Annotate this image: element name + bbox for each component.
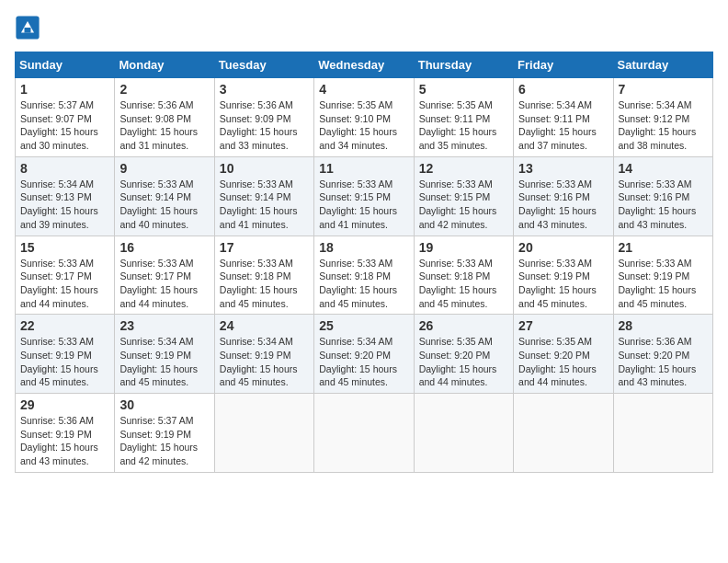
day-cell [613, 394, 712, 473]
day-cell: 9 Sunrise: 5:33 AMSunset: 9:14 PMDayligh… [115, 156, 214, 236]
day-info: Sunrise: 5:36 AMSunset: 9:19 PMDaylight:… [20, 414, 109, 468]
day-number: 11 [319, 161, 408, 176]
day-info: Sunrise: 5:33 AMSunset: 9:18 PMDaylight:… [220, 257, 309, 311]
day-number: 29 [20, 397, 109, 412]
day-cell [214, 394, 313, 473]
day-number: 6 [518, 82, 608, 97]
day-cell: 10 Sunrise: 5:33 AMSunset: 9:14 PMDaylig… [214, 156, 313, 236]
day-number: 17 [220, 240, 309, 255]
day-cell: 14 Sunrise: 5:33 AMSunset: 9:16 PMDaylig… [613, 156, 712, 236]
day-info: Sunrise: 5:36 AMSunset: 9:20 PMDaylight:… [619, 335, 708, 389]
day-cell: 13 Sunrise: 5:33 AMSunset: 9:16 PMDaylig… [514, 156, 613, 236]
col-header-friday: Friday [514, 52, 613, 78]
day-number: 10 [220, 161, 309, 176]
day-cell: 22 Sunrise: 5:33 AMSunset: 9:19 PMDaylig… [16, 315, 115, 394]
calendar-body: 1 Sunrise: 5:37 AMSunset: 9:07 PMDayligh… [16, 78, 713, 473]
day-number: 27 [518, 318, 608, 333]
day-cell: 29 Sunrise: 5:36 AMSunset: 9:19 PMDaylig… [16, 394, 115, 473]
day-info: Sunrise: 5:36 AMSunset: 9:08 PMDaylight:… [119, 98, 209, 153]
col-header-sunday: Sunday [16, 52, 115, 78]
day-number: 20 [518, 240, 608, 255]
day-info: Sunrise: 5:33 AMSunset: 9:15 PMDaylight:… [319, 178, 408, 232]
week-row-4: 22 Sunrise: 5:33 AMSunset: 9:19 PMDaylig… [16, 315, 713, 394]
day-info: Sunrise: 5:36 AMSunset: 9:09 PMDaylight:… [220, 98, 309, 153]
day-info: Sunrise: 5:33 AMSunset: 9:17 PMDaylight:… [20, 257, 109, 311]
logo [15, 15, 44, 40]
day-cell: 21 Sunrise: 5:33 AMSunset: 9:19 PMDaylig… [613, 236, 712, 315]
day-cell: 3 Sunrise: 5:36 AMSunset: 9:09 PMDayligh… [214, 78, 313, 157]
svg-rect-2 [25, 28, 31, 33]
day-cell: 4 Sunrise: 5:35 AMSunset: 9:10 PMDayligh… [314, 78, 414, 157]
day-info: Sunrise: 5:34 AMSunset: 9:20 PMDaylight:… [319, 335, 408, 389]
day-number: 16 [119, 240, 209, 255]
day-cell: 30 Sunrise: 5:37 AMSunset: 9:19 PMDaylig… [115, 394, 214, 473]
day-number: 24 [220, 318, 309, 333]
day-info: Sunrise: 5:33 AMSunset: 9:19 PMDaylight:… [518, 257, 608, 311]
day-cell: 23 Sunrise: 5:34 AMSunset: 9:19 PMDaylig… [115, 315, 214, 394]
day-info: Sunrise: 5:33 AMSunset: 9:14 PMDaylight:… [220, 178, 309, 232]
day-info: Sunrise: 5:34 AMSunset: 9:19 PMDaylight:… [119, 335, 209, 389]
day-cell: 25 Sunrise: 5:34 AMSunset: 9:20 PMDaylig… [314, 315, 414, 394]
day-number: 28 [619, 318, 708, 333]
day-info: Sunrise: 5:33 AMSunset: 9:16 PMDaylight:… [518, 178, 608, 232]
day-number: 9 [119, 161, 209, 176]
day-number: 23 [119, 318, 209, 333]
day-cell: 15 Sunrise: 5:33 AMSunset: 9:17 PMDaylig… [16, 236, 115, 315]
day-info: Sunrise: 5:35 AMSunset: 9:20 PMDaylight:… [518, 335, 608, 389]
day-cell: 20 Sunrise: 5:33 AMSunset: 9:19 PMDaylig… [514, 236, 613, 315]
week-row-5: 29 Sunrise: 5:36 AMSunset: 9:19 PMDaylig… [16, 394, 713, 473]
col-header-wednesday: Wednesday [314, 52, 414, 78]
day-info: Sunrise: 5:33 AMSunset: 9:17 PMDaylight:… [119, 257, 209, 311]
day-info: Sunrise: 5:33 AMSunset: 9:18 PMDaylight:… [419, 257, 508, 311]
header [15, 15, 713, 40]
day-info: Sunrise: 5:33 AMSunset: 9:19 PMDaylight:… [619, 257, 708, 311]
day-cell [314, 394, 414, 473]
col-header-saturday: Saturday [613, 52, 712, 78]
day-info: Sunrise: 5:33 AMSunset: 9:14 PMDaylight:… [119, 178, 209, 232]
day-info: Sunrise: 5:33 AMSunset: 9:19 PMDaylight:… [20, 335, 109, 389]
day-cell: 11 Sunrise: 5:33 AMSunset: 9:15 PMDaylig… [314, 156, 414, 236]
day-number: 18 [319, 240, 408, 255]
day-number: 22 [20, 318, 109, 333]
day-number: 4 [319, 82, 408, 97]
day-cell: 5 Sunrise: 5:35 AMSunset: 9:11 PMDayligh… [414, 78, 513, 157]
week-row-1: 1 Sunrise: 5:37 AMSunset: 9:07 PMDayligh… [16, 78, 713, 157]
day-cell: 28 Sunrise: 5:36 AMSunset: 9:20 PMDaylig… [613, 315, 712, 394]
day-number: 30 [119, 397, 209, 412]
day-number: 14 [619, 161, 708, 176]
day-info: Sunrise: 5:37 AMSunset: 9:07 PMDaylight:… [20, 98, 109, 153]
col-header-tuesday: Tuesday [214, 52, 313, 78]
week-row-2: 8 Sunrise: 5:34 AMSunset: 9:13 PMDayligh… [16, 156, 713, 236]
day-number: 3 [220, 82, 309, 97]
day-cell: 26 Sunrise: 5:35 AMSunset: 9:20 PMDaylig… [414, 315, 513, 394]
day-number: 15 [20, 240, 109, 255]
day-info: Sunrise: 5:34 AMSunset: 9:13 PMDaylight:… [20, 178, 109, 232]
day-info: Sunrise: 5:34 AMSunset: 9:12 PMDaylight:… [619, 98, 708, 153]
day-info: Sunrise: 5:33 AMSunset: 9:16 PMDaylight:… [619, 178, 708, 232]
day-info: Sunrise: 5:35 AMSunset: 9:11 PMDaylight:… [419, 98, 508, 153]
day-cell: 27 Sunrise: 5:35 AMSunset: 9:20 PMDaylig… [514, 315, 613, 394]
day-cell: 6 Sunrise: 5:34 AMSunset: 9:11 PMDayligh… [514, 78, 613, 157]
day-number: 7 [619, 82, 708, 97]
col-header-thursday: Thursday [414, 52, 513, 78]
day-number: 8 [20, 161, 109, 176]
day-number: 26 [419, 318, 508, 333]
day-number: 21 [619, 240, 708, 255]
day-cell [514, 394, 613, 473]
header-row: SundayMondayTuesdayWednesdayThursdayFrid… [16, 52, 713, 78]
day-cell: 1 Sunrise: 5:37 AMSunset: 9:07 PMDayligh… [16, 78, 115, 157]
week-row-3: 15 Sunrise: 5:33 AMSunset: 9:17 PMDaylig… [16, 236, 713, 315]
day-cell: 12 Sunrise: 5:33 AMSunset: 9:15 PMDaylig… [414, 156, 513, 236]
day-info: Sunrise: 5:35 AMSunset: 9:20 PMDaylight:… [419, 335, 508, 389]
day-info: Sunrise: 5:35 AMSunset: 9:10 PMDaylight:… [319, 98, 408, 153]
calendar: SundayMondayTuesdayWednesdayThursdayFrid… [15, 52, 713, 473]
day-info: Sunrise: 5:37 AMSunset: 9:19 PMDaylight:… [119, 414, 209, 468]
day-info: Sunrise: 5:34 AMSunset: 9:19 PMDaylight:… [220, 335, 309, 389]
day-info: Sunrise: 5:33 AMSunset: 9:18 PMDaylight:… [319, 257, 408, 311]
day-cell [414, 394, 513, 473]
day-number: 12 [419, 161, 508, 176]
day-cell: 19 Sunrise: 5:33 AMSunset: 9:18 PMDaylig… [414, 236, 513, 315]
day-info: Sunrise: 5:34 AMSunset: 9:11 PMDaylight:… [518, 98, 608, 153]
day-number: 25 [319, 318, 408, 333]
col-header-monday: Monday [115, 52, 214, 78]
